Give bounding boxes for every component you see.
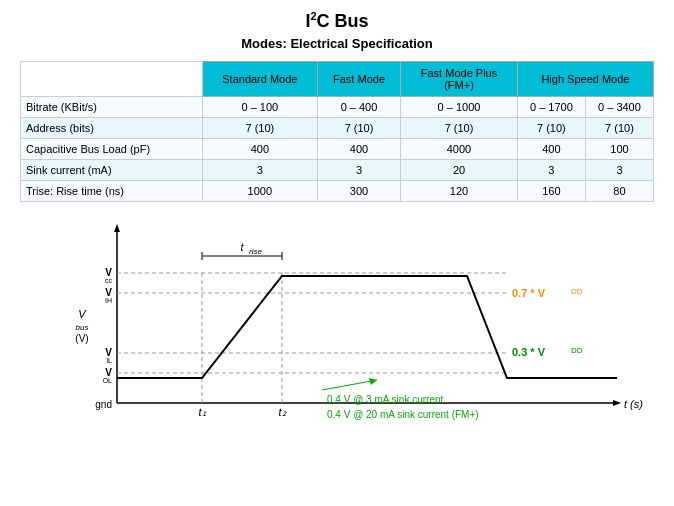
table-cell: 3 <box>517 160 585 181</box>
note1: 0.4 V @ 3 mA sink current <box>327 394 444 405</box>
table-cell: 7 (10) <box>202 118 317 139</box>
table-cell: 400 <box>317 139 400 160</box>
table-cell: 7 (10) <box>401 118 518 139</box>
page-title: I2C Bus <box>20 10 654 32</box>
table-cell: 3 <box>202 160 317 181</box>
t2-label: t₂ <box>278 406 286 418</box>
gnd-label: gnd <box>95 399 112 410</box>
col-header-empty <box>21 62 203 97</box>
svg-line-13 <box>322 380 377 390</box>
vcc-sub: cc <box>105 277 113 284</box>
table-cell: 160 <box>517 181 585 202</box>
table-cell: 4000 <box>401 139 518 160</box>
table-cell: 120 <box>401 181 518 202</box>
page-subtitle: Modes: Electrical Specification <box>20 36 654 51</box>
svg-marker-3 <box>613 400 621 406</box>
row-label: Bitrate (KBit/s) <box>21 97 203 118</box>
vdd-high-sub: DD <box>571 287 583 296</box>
table-cell: 1000 <box>202 181 317 202</box>
trise-label: t <box>240 241 244 253</box>
vih-sub: IH <box>105 297 112 304</box>
t1-label: t₁ <box>198 406 205 418</box>
table-cell: 7 (10) <box>585 118 653 139</box>
table-cell: 0 – 1700 <box>517 97 585 118</box>
table-cell: 0 – 400 <box>317 97 400 118</box>
trise-sub: rise <box>249 247 262 256</box>
table-cell: 300 <box>317 181 400 202</box>
row-label: Capacitive Bus Load (pF) <box>21 139 203 160</box>
spec-table: Standard Mode Fast Mode Fast Mode Plus(F… <box>20 61 654 202</box>
table-cell: 20 <box>401 160 518 181</box>
vdd-low-label: 0.3 * V <box>512 346 546 358</box>
row-label: Trise: Rise time (ns) <box>21 181 203 202</box>
waveform-chart: t rise V cc V IH V IL V OL gnd t₁ t₂ V b… <box>27 218 647 438</box>
table-cell: 3 <box>585 160 653 181</box>
note2: 0.4 V @ 20 mA sink current (FM+) <box>327 409 479 420</box>
table-cell: 80 <box>585 181 653 202</box>
table-cell: 7 (10) <box>317 118 400 139</box>
vbus-sub: bus <box>76 323 89 332</box>
vil-sub: IL <box>106 357 112 364</box>
vbus-label: V <box>78 308 87 320</box>
row-label: Sink current (mA) <box>21 160 203 181</box>
t-label: t (s) <box>624 398 643 410</box>
table-cell: 0 – 1000 <box>401 97 518 118</box>
table-cell: 7 (10) <box>517 118 585 139</box>
vbus-unit: (V) <box>75 333 88 344</box>
col-header-fmplus: Fast Mode Plus(FM+) <box>401 62 518 97</box>
col-header-fast: Fast Mode <box>317 62 400 97</box>
table-cell: 400 <box>202 139 317 160</box>
vdd-low-sub: DD <box>571 346 583 355</box>
table-cell: 0 – 100 <box>202 97 317 118</box>
table-cell: 0 – 3400 <box>585 97 653 118</box>
vdd-high-label: 0.7 * V <box>512 287 546 299</box>
table-cell: 400 <box>517 139 585 160</box>
col-header-highspeed: High Speed Mode <box>517 62 653 97</box>
table-cell: 3 <box>317 160 400 181</box>
row-label: Address (bits) <box>21 118 203 139</box>
col-header-standard: Standard Mode <box>202 62 317 97</box>
svg-marker-1 <box>114 224 120 232</box>
vol-sub: OL <box>103 377 112 384</box>
svg-marker-14 <box>369 378 377 385</box>
table-cell: 100 <box>585 139 653 160</box>
